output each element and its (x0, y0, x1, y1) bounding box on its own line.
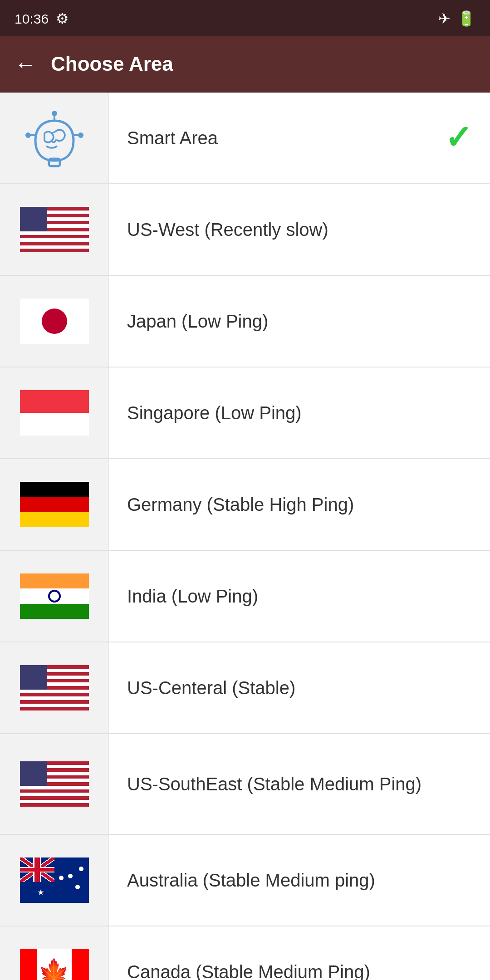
list-item[interactable]: Australia (Stable Medium ping) (0, 835, 490, 926)
area-list: Smart Area ✓ US-West (Recently slow) Jap… (0, 93, 490, 980)
area-label-australia: Australia (Stable Medium ping) (109, 868, 490, 892)
area-label-india: India (Low Ping) (109, 584, 490, 608)
area-label-us-southeast: US-SouthEast (Stable Medium Ping) (109, 772, 490, 796)
list-item[interactable]: 🍁 Canada (Stable Medium Ping) (0, 926, 490, 980)
back-button[interactable]: ← (15, 54, 36, 75)
area-label-germany: Germany (Stable High Ping) (109, 493, 490, 516)
flag-sg-icon (20, 390, 88, 436)
flag-container-japan (0, 276, 109, 367)
airplane-icon: ✈ (438, 10, 450, 27)
flag-jp-circle (41, 309, 67, 334)
flag-container-germany (0, 459, 109, 550)
flag-in-icon (20, 573, 88, 619)
flag-container-us-southeast (0, 734, 109, 834)
list-item[interactable]: Germany (Stable High Ping) (0, 459, 490, 551)
status-right: ✈ 🔋 (438, 10, 475, 27)
list-item[interactable]: US-West (Recently slow) (0, 184, 490, 276)
list-item[interactable]: US-SouthEast (Stable Medium Ping) (0, 734, 490, 835)
flag-de-icon (20, 482, 88, 527)
gear-icon: ⚙ (56, 10, 69, 27)
flag-ca-left (20, 949, 37, 980)
flag-us3-icon (20, 761, 88, 807)
flag-sg-white (20, 413, 88, 436)
area-label-canada: Canada (Stable Medium Ping) (109, 960, 490, 980)
flag-container-india (0, 551, 109, 642)
flag-de-stripes (20, 482, 88, 527)
svg-point-4 (25, 132, 30, 138)
maple-leaf-icon: 🍁 (38, 957, 70, 980)
list-item[interactable]: India (Low Ping) (0, 551, 490, 642)
list-item[interactable]: Smart Area ✓ (0, 93, 490, 184)
area-label-us-west: US-West (Recently slow) (109, 218, 490, 241)
flag-us-canton3 (20, 761, 47, 786)
flag-ca-right (71, 949, 88, 980)
flag-us2-icon (20, 665, 88, 710)
area-label-singapore: Singapore (Low Ping) (109, 401, 490, 425)
time-display: 10:36 (15, 10, 49, 26)
flag-us-canton (20, 207, 47, 231)
flag-ca-icon: 🍁 (20, 949, 88, 980)
status-left: 10:36 ⚙ (15, 10, 69, 27)
svg-point-2 (51, 111, 57, 116)
flag-container-singapore (0, 368, 109, 458)
flag-container-us-west (0, 184, 109, 275)
svg-rect-0 (49, 159, 59, 166)
flag-container-us-central (0, 642, 109, 733)
flag-us-canton2 (20, 665, 47, 690)
status-bar: 10:36 ⚙ ✈ 🔋 (0, 0, 490, 36)
flag-us-icon (20, 207, 88, 252)
list-item[interactable]: Japan (Low Ping) (0, 276, 490, 368)
flag-in-chakra (48, 590, 60, 603)
selected-checkmark: ✓ (445, 119, 490, 157)
smart-brain-icon (22, 106, 86, 170)
list-item[interactable]: US-Centeral (Stable) (0, 642, 490, 734)
flag-container-australia (0, 835, 109, 926)
flag-au-icon (20, 858, 88, 903)
area-label-smart: Smart Area (109, 126, 445, 150)
list-item[interactable]: Singapore (Low Ping) (0, 368, 490, 459)
battery-icon: 🔋 (457, 10, 475, 27)
flag-container-smart (0, 93, 109, 183)
flag-sg-red (20, 390, 88, 413)
flag-container-canada: 🍁 (0, 926, 109, 980)
app-bar: ← Choose Area (0, 36, 490, 93)
area-label-japan: Japan (Low Ping) (109, 309, 490, 333)
area-label-us-central: US-Centeral (Stable) (109, 676, 490, 700)
page-title: Choose Area (51, 53, 173, 76)
flag-jp-icon (20, 299, 88, 344)
svg-point-6 (78, 132, 83, 138)
